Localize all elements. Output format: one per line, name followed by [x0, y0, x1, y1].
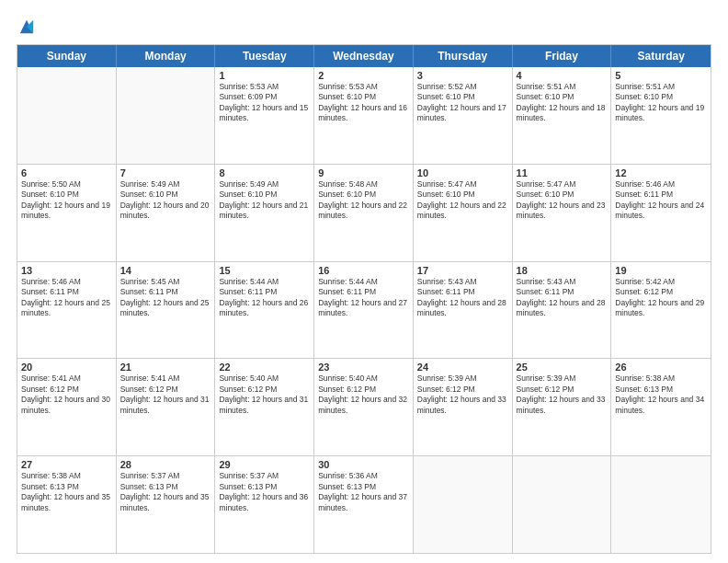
day-number: 16 [318, 265, 409, 276]
day-number: 28 [120, 459, 211, 470]
calendar-cell [611, 456, 711, 553]
header [17, 17, 711, 35]
day-info: Sunrise: 5:39 AM Sunset: 6:12 PM Dayligh… [417, 373, 508, 416]
day-info: Sunrise: 5:41 AM Sunset: 6:12 PM Dayligh… [120, 373, 211, 416]
day-number: 17 [417, 265, 508, 276]
day-number: 6 [21, 167, 112, 178]
weekday-header-tuesday: Tuesday [215, 45, 314, 67]
calendar-cell: 3Sunrise: 5:52 AM Sunset: 6:10 PM Daylig… [414, 67, 513, 164]
day-number: 19 [615, 265, 707, 276]
calendar-cell: 28Sunrise: 5:37 AM Sunset: 6:13 PM Dayli… [117, 456, 216, 553]
day-info: Sunrise: 5:37 AM Sunset: 6:13 PM Dayligh… [120, 471, 211, 513]
weekday-header-sunday: Sunday [17, 45, 117, 67]
day-number: 15 [219, 265, 310, 276]
calendar-cell: 23Sunrise: 5:40 AM Sunset: 6:12 PM Dayli… [314, 359, 414, 455]
calendar-row-0: 1Sunrise: 5:53 AM Sunset: 6:09 PM Daylig… [17, 67, 711, 164]
calendar-cell: 24Sunrise: 5:39 AM Sunset: 6:12 PM Dayli… [414, 359, 513, 455]
day-info: Sunrise: 5:45 AM Sunset: 6:11 PM Dayligh… [120, 277, 211, 319]
day-number: 30 [318, 459, 409, 470]
calendar-row-4: 27Sunrise: 5:38 AM Sunset: 6:13 PM Dayli… [17, 455, 711, 553]
calendar-cell: 10Sunrise: 5:47 AM Sunset: 6:10 PM Dayli… [414, 165, 513, 261]
day-number: 3 [417, 70, 508, 81]
day-info: Sunrise: 5:51 AM Sunset: 6:10 PM Dayligh… [517, 82, 608, 124]
day-info: Sunrise: 5:52 AM Sunset: 6:10 PM Dayligh… [417, 82, 508, 124]
calendar-cell: 22Sunrise: 5:40 AM Sunset: 6:12 PM Dayli… [215, 359, 314, 455]
weekday-header-friday: Friday [513, 45, 612, 67]
day-number: 5 [615, 70, 707, 81]
day-info: Sunrise: 5:47 AM Sunset: 6:10 PM Dayligh… [517, 179, 608, 222]
calendar-cell: 14Sunrise: 5:45 AM Sunset: 6:11 PM Dayli… [117, 262, 216, 359]
day-number: 23 [318, 362, 409, 373]
page: SundayMondayTuesdayWednesdayThursdayFrid… [0, 0, 728, 563]
calendar-cell: 15Sunrise: 5:44 AM Sunset: 6:11 PM Dayli… [215, 262, 314, 359]
day-info: Sunrise: 5:46 AM Sunset: 6:11 PM Dayligh… [615, 179, 707, 222]
day-number: 21 [120, 362, 211, 373]
day-info: Sunrise: 5:44 AM Sunset: 6:11 PM Dayligh… [318, 277, 409, 319]
logo [17, 17, 35, 35]
calendar-cell: 17Sunrise: 5:43 AM Sunset: 6:11 PM Dayli… [414, 262, 513, 359]
calendar-row-1: 6Sunrise: 5:50 AM Sunset: 6:10 PM Daylig… [17, 164, 711, 261]
calendar-cell: 26Sunrise: 5:38 AM Sunset: 6:13 PM Dayli… [611, 359, 711, 455]
weekday-header-saturday: Saturday [611, 45, 711, 67]
day-info: Sunrise: 5:44 AM Sunset: 6:11 PM Dayligh… [219, 277, 310, 319]
day-number: 8 [219, 167, 310, 178]
calendar-cell: 16Sunrise: 5:44 AM Sunset: 6:11 PM Dayli… [314, 262, 414, 359]
day-info: Sunrise: 5:50 AM Sunset: 6:10 PM Dayligh… [21, 179, 112, 222]
day-number: 7 [120, 167, 211, 178]
day-number: 1 [219, 70, 310, 81]
calendar-cell [513, 456, 612, 553]
calendar-cell [117, 67, 216, 164]
calendar-cell: 18Sunrise: 5:43 AM Sunset: 6:11 PM Dayli… [513, 262, 612, 359]
day-number: 22 [219, 362, 310, 373]
calendar-row-3: 20Sunrise: 5:41 AM Sunset: 6:12 PM Dayli… [17, 358, 711, 455]
day-number: 9 [318, 167, 409, 178]
day-info: Sunrise: 5:47 AM Sunset: 6:10 PM Dayligh… [417, 179, 508, 222]
day-info: Sunrise: 5:43 AM Sunset: 6:11 PM Dayligh… [417, 277, 508, 319]
calendar-cell: 19Sunrise: 5:42 AM Sunset: 6:12 PM Dayli… [611, 262, 711, 359]
day-number: 29 [219, 459, 310, 470]
calendar-cell: 2Sunrise: 5:53 AM Sunset: 6:10 PM Daylig… [314, 67, 414, 164]
day-info: Sunrise: 5:49 AM Sunset: 6:10 PM Dayligh… [219, 179, 310, 222]
calendar-cell: 1Sunrise: 5:53 AM Sunset: 6:09 PM Daylig… [215, 67, 314, 164]
day-number: 24 [417, 362, 508, 373]
calendar-cell: 11Sunrise: 5:47 AM Sunset: 6:10 PM Dayli… [513, 165, 612, 261]
day-number: 2 [318, 70, 409, 81]
day-info: Sunrise: 5:38 AM Sunset: 6:13 PM Dayligh… [615, 373, 707, 416]
calendar-cell: 8Sunrise: 5:49 AM Sunset: 6:10 PM Daylig… [215, 165, 314, 261]
weekday-header-wednesday: Wednesday [314, 45, 414, 67]
day-number: 25 [517, 362, 608, 373]
day-number: 20 [21, 362, 112, 373]
calendar-cell: 25Sunrise: 5:39 AM Sunset: 6:12 PM Dayli… [513, 359, 612, 455]
calendar-cell: 7Sunrise: 5:49 AM Sunset: 6:10 PM Daylig… [117, 165, 216, 261]
day-info: Sunrise: 5:42 AM Sunset: 6:12 PM Dayligh… [615, 277, 707, 319]
day-info: Sunrise: 5:53 AM Sunset: 6:10 PM Dayligh… [318, 82, 409, 124]
day-number: 11 [517, 167, 608, 178]
day-info: Sunrise: 5:49 AM Sunset: 6:10 PM Dayligh… [120, 179, 211, 222]
day-info: Sunrise: 5:37 AM Sunset: 6:13 PM Dayligh… [219, 471, 310, 513]
calendar-header: SundayMondayTuesdayWednesdayThursdayFrid… [17, 45, 711, 67]
calendar-cell: 27Sunrise: 5:38 AM Sunset: 6:13 PM Dayli… [17, 456, 117, 553]
calendar-cell: 13Sunrise: 5:46 AM Sunset: 6:11 PM Dayli… [17, 262, 117, 359]
day-info: Sunrise: 5:53 AM Sunset: 6:09 PM Dayligh… [219, 82, 310, 124]
day-info: Sunrise: 5:40 AM Sunset: 6:12 PM Dayligh… [219, 373, 310, 416]
day-number: 12 [615, 167, 707, 178]
day-number: 18 [517, 265, 608, 276]
day-info: Sunrise: 5:38 AM Sunset: 6:13 PM Dayligh… [21, 471, 112, 513]
calendar-cell [414, 456, 513, 553]
calendar-cell: 21Sunrise: 5:41 AM Sunset: 6:12 PM Dayli… [117, 359, 216, 455]
day-number: 13 [21, 265, 112, 276]
weekday-header-thursday: Thursday [414, 45, 513, 67]
day-info: Sunrise: 5:51 AM Sunset: 6:10 PM Dayligh… [615, 82, 707, 124]
calendar-cell: 4Sunrise: 5:51 AM Sunset: 6:10 PM Daylig… [513, 67, 612, 164]
calendar-cell: 20Sunrise: 5:41 AM Sunset: 6:12 PM Dayli… [17, 359, 117, 455]
day-number: 4 [517, 70, 608, 81]
weekday-header-monday: Monday [117, 45, 216, 67]
day-info: Sunrise: 5:40 AM Sunset: 6:12 PM Dayligh… [318, 373, 409, 416]
day-number: 14 [120, 265, 211, 276]
calendar-cell: 29Sunrise: 5:37 AM Sunset: 6:13 PM Dayli… [215, 456, 314, 553]
calendar: SundayMondayTuesdayWednesdayThursdayFrid… [17, 44, 711, 554]
calendar-row-2: 13Sunrise: 5:46 AM Sunset: 6:11 PM Dayli… [17, 261, 711, 359]
day-info: Sunrise: 5:41 AM Sunset: 6:12 PM Dayligh… [21, 373, 112, 416]
day-info: Sunrise: 5:43 AM Sunset: 6:11 PM Dayligh… [517, 277, 608, 319]
day-info: Sunrise: 5:36 AM Sunset: 6:13 PM Dayligh… [318, 471, 409, 513]
